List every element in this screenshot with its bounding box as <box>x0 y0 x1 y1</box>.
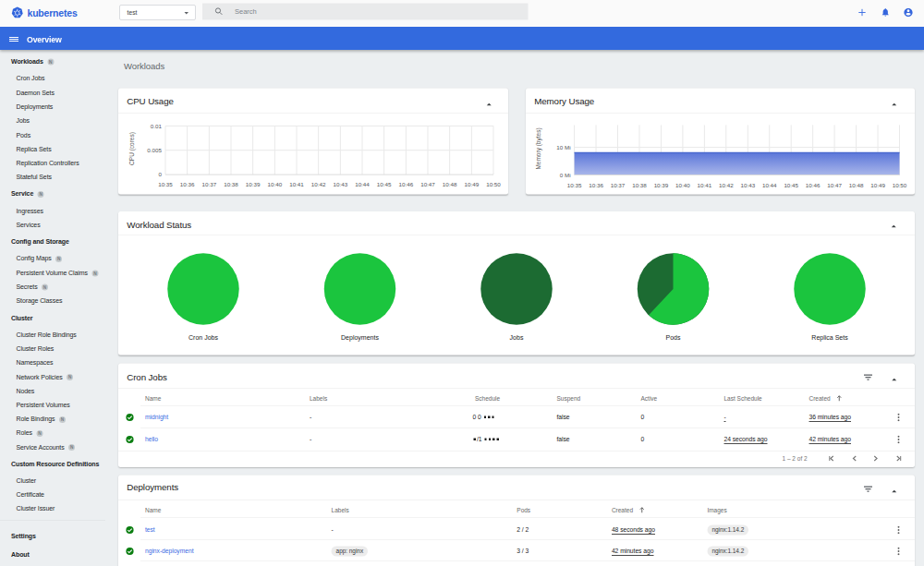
svg-text:10:40: 10:40 <box>268 181 283 187</box>
svg-text:Cron Jobs: Cron Jobs <box>188 334 218 341</box>
svg-text:10:50: 10:50 <box>893 182 907 188</box>
svg-text:10:44: 10:44 <box>355 181 370 187</box>
svg-text:0: 0 <box>159 171 163 177</box>
svg-text:10:40: 10:40 <box>675 182 690 188</box>
svg-text:10:48: 10:48 <box>849 182 864 188</box>
svg-text:10:39: 10:39 <box>246 181 261 187</box>
svg-text:10:36: 10:36 <box>180 181 195 187</box>
svg-text:10:44: 10:44 <box>762 182 777 188</box>
svg-text:10:42: 10:42 <box>719 182 734 188</box>
svg-text:10:35: 10:35 <box>158 181 173 187</box>
svg-text:Memory (bytes): Memory (bytes) <box>535 127 542 169</box>
svg-text:10:46: 10:46 <box>399 181 414 187</box>
svg-text:10:49: 10:49 <box>870 182 885 188</box>
svg-text:10:41: 10:41 <box>289 181 304 187</box>
svg-text:Replica Sets: Replica Sets <box>811 334 848 342</box>
svg-text:10:50: 10:50 <box>486 181 501 187</box>
svg-text:10 Mi: 10 Mi <box>556 144 570 151</box>
svg-text:0 Mi: 0 Mi <box>560 172 571 178</box>
svg-text:10:48: 10:48 <box>443 181 457 187</box>
svg-text:10:38: 10:38 <box>632 182 647 188</box>
svg-text:10:47: 10:47 <box>827 182 842 188</box>
svg-text:10:38: 10:38 <box>224 181 238 187</box>
svg-text:10:37: 10:37 <box>202 181 217 187</box>
svg-text:10:42: 10:42 <box>311 181 326 187</box>
svg-text:10:41: 10:41 <box>698 182 712 188</box>
svg-text:10:37: 10:37 <box>611 182 626 188</box>
svg-text:10:36: 10:36 <box>589 182 603 188</box>
svg-text:10:46: 10:46 <box>806 182 821 188</box>
svg-text:10:49: 10:49 <box>465 181 480 187</box>
svg-text:0.01: 0.01 <box>151 123 163 129</box>
svg-text:0.005: 0.005 <box>147 147 162 153</box>
svg-text:10:43: 10:43 <box>740 182 755 188</box>
svg-text:Jobs: Jobs <box>510 334 524 341</box>
svg-text:CPU (cores): CPU (cores) <box>128 132 136 165</box>
svg-text:10:45: 10:45 <box>784 182 798 188</box>
svg-text:10:35: 10:35 <box>567 182 582 188</box>
svg-text:10:45: 10:45 <box>377 181 392 187</box>
svg-text:10:47: 10:47 <box>420 181 435 187</box>
svg-text:10:39: 10:39 <box>654 182 669 188</box>
svg-text:Deployments: Deployments <box>341 334 379 342</box>
svg-text:10:43: 10:43 <box>334 181 348 187</box>
svg-text:Pods: Pods <box>666 334 681 341</box>
